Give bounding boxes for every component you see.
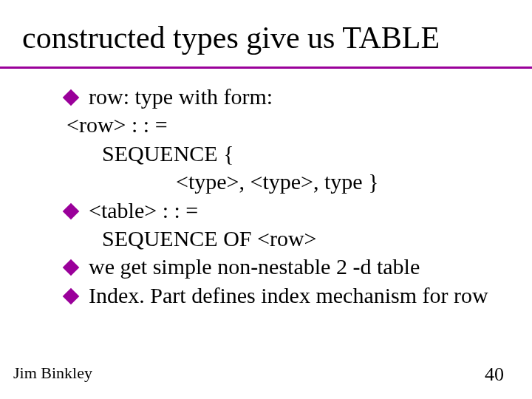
grammar-line: <type>, <type>, type } [66,168,517,196]
slide-body: row: type with form: <row> : : = SEQUENC… [66,83,517,310]
bullet-row: row: type with form: [66,83,517,111]
bullet-text: Index. Part defines index mechanism for … [89,283,488,307]
page-number: 40 [485,364,504,386]
grammar-line: <row> : : = [66,111,517,139]
bullet-table: <table> : : = [66,197,517,225]
diamond-icon [63,287,80,304]
diamond-icon [63,259,80,276]
slide: constructed types give us TABLE row: typ… [0,0,532,399]
grammar-line: SEQUENCE OF <row> [66,225,517,253]
slide-title: constructed types give us TABLE [22,21,440,55]
bullet-text: <table> : : = [89,198,198,222]
bullet-simple-table: we get simple non-nestable 2 -d table [66,253,517,281]
author-footer: Jim Binkley [13,364,92,383]
diamond-icon [63,202,80,219]
bullet-indexpart: Index. Part defines index mechanism for … [66,282,517,310]
grammar-line: SEQUENCE { [66,140,517,168]
title-underline [0,66,532,69]
bullet-text: row: type with form: [89,84,273,109]
diamond-icon [63,89,80,106]
bullet-text: we get simple non-nestable 2 -d table [89,254,420,279]
